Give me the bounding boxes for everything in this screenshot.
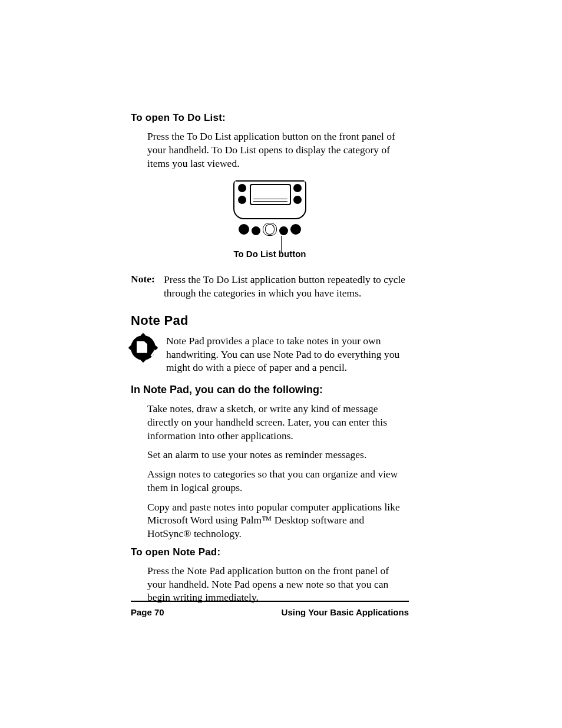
page-footer: Page 70 Using Your Basic Applications: [131, 607, 409, 617]
note-block: Note: Press the To Do List application b…: [131, 273, 409, 300]
note-pad-app-icon: [131, 335, 156, 360]
list-item: Take notes, draw a sketch, or write any …: [147, 402, 409, 442]
notepad-intro-block: Note Pad provides a place to take notes …: [131, 334, 409, 374]
paragraph-open-todo: Press the To Do List application button …: [147, 130, 409, 170]
list-item: Assign notes to categories so that you c…: [147, 467, 409, 495]
heading-in-note-pad: In Note Pad, you can do the following:: [131, 384, 409, 396]
soft-button-icon: [238, 184, 246, 192]
heading-note-pad: Note Pad: [131, 313, 409, 328]
callout-line-icon: [281, 236, 282, 252]
paragraph-notepad-intro: Note Pad provides a place to take notes …: [166, 334, 409, 374]
hardware-button-row: [233, 223, 306, 236]
scroll-pad-icon: [263, 223, 277, 236]
notepad-feature-list: Take notes, draw a sketch, or write any …: [147, 402, 409, 541]
soft-button-icon: [238, 196, 246, 204]
note-label: Note:: [131, 273, 164, 300]
manual-page: To open To Do List: Press the To Do List…: [0, 0, 562, 728]
footer-chapter-title: Using Your Basic Applications: [282, 607, 409, 617]
list-item: Set an alarm to use your notes as remind…: [147, 448, 409, 462]
note-text: Press the To Do List application button …: [164, 273, 409, 300]
footer-rule: [131, 601, 409, 602]
hardware-button-icon: [290, 224, 301, 235]
heading-to-open-note-pad: To open Note Pad:: [131, 546, 409, 558]
soft-button-icon: [293, 184, 302, 192]
device-screen-icon: [250, 184, 291, 205]
footer-page-number: Page 70: [131, 607, 164, 617]
heading-to-open-todo-list: To open To Do List:: [131, 112, 409, 124]
soft-button-icon: [293, 196, 302, 204]
paragraph-open-notepad: Press the Note Pad application button on…: [147, 564, 409, 604]
hardware-button-icon: [239, 224, 249, 235]
device-illustration: [233, 180, 306, 243]
figure-caption: To Do List button: [131, 249, 409, 259]
hardware-button-icon: [252, 226, 260, 235]
figure-handheld-device: To Do List button: [131, 180, 409, 259]
page-content: To open To Do List: Press the To Do List…: [131, 112, 409, 611]
todo-list-hardware-button-icon: [279, 226, 288, 235]
list-item: Copy and paste notes into popular comput…: [147, 500, 409, 541]
